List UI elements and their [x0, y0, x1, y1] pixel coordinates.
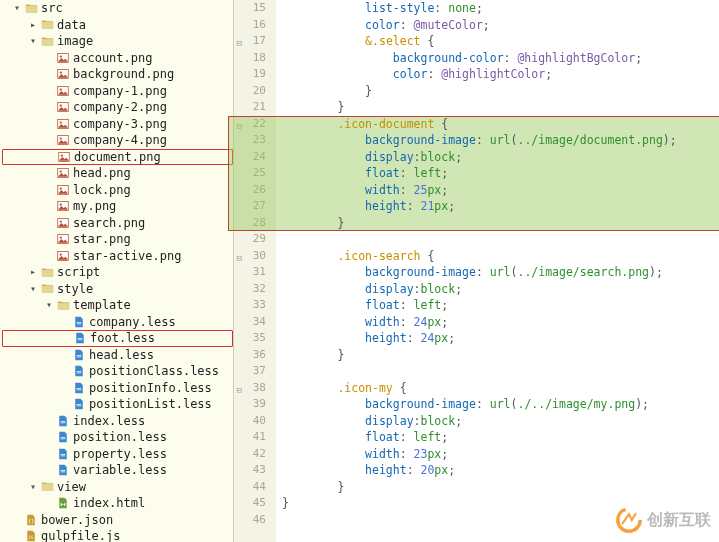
chevron-down-icon[interactable]: ▾: [42, 297, 56, 314]
less-icon: [72, 348, 86, 362]
image-icon: [56, 51, 70, 65]
tree-item-company-1-png[interactable]: company-1.png: [2, 83, 233, 100]
code-line[interactable]: &.select {: [282, 33, 719, 50]
token-key: background-color: [393, 51, 504, 65]
tree-item-my-png[interactable]: my.png: [2, 198, 233, 215]
token-val: ./../image/my.png: [517, 397, 635, 411]
tree-item-label: star-active.png: [72, 248, 181, 265]
token-num: 23: [414, 447, 428, 461]
chevron-right-icon[interactable]: ▸: [26, 264, 40, 281]
tree-item-company-2-png[interactable]: company-2.png: [2, 99, 233, 116]
code-line[interactable]: [282, 363, 719, 380]
token-val: block: [421, 414, 456, 428]
token-val: url: [490, 397, 511, 411]
tree-item-star-png[interactable]: star.png: [2, 231, 233, 248]
token-var: @highlightColor: [441, 67, 545, 81]
tree-item-company-less[interactable]: company.less: [2, 314, 233, 331]
fold-icon[interactable]: ⊟: [232, 250, 242, 267]
less-icon: [72, 381, 86, 395]
code-editor[interactable]: 1516⊟1718192021⊟2223242526272829⊟3031323…: [234, 0, 719, 542]
code-line[interactable]: width: 24px;: [282, 314, 719, 331]
tree-item-bower-json[interactable]: {}bower.json: [2, 512, 233, 529]
tree-item-index-html[interactable]: index.html: [2, 495, 233, 512]
tree-item-gulpfile-js[interactable]: JSgulpfile.js: [2, 528, 233, 542]
chevron-down-icon[interactable]: ▾: [10, 0, 24, 17]
tree-item-positionClass-less[interactable]: positionClass.less: [2, 363, 233, 380]
tree-item-document-png[interactable]: document.png: [2, 149, 233, 166]
code-line[interactable]: float: left;: [282, 297, 719, 314]
code-line[interactable]: height: 24px;: [282, 330, 719, 347]
chevron-down-icon[interactable]: ▾: [26, 33, 40, 50]
token-key: height: [365, 331, 407, 345]
code-line[interactable]: color: @highlightColor;: [282, 66, 719, 83]
code-line[interactable]: [282, 512, 719, 529]
tree-item-variable-less[interactable]: variable.less: [2, 462, 233, 479]
token-brace: }: [337, 480, 344, 494]
less-icon: [72, 315, 86, 329]
code-line[interactable]: }: [282, 479, 719, 496]
tree-item-company-4-png[interactable]: company-4.png: [2, 132, 233, 149]
code-line[interactable]: }: [282, 99, 719, 116]
token-key: color: [393, 67, 428, 81]
code-line[interactable]: background-image: url(./../image/my.png)…: [282, 396, 719, 413]
code-line[interactable]: background-image: url(../image/document.…: [282, 132, 719, 149]
tree-item-star-active-png[interactable]: star-active.png: [2, 248, 233, 265]
code-line[interactable]: .icon-my {: [282, 380, 719, 397]
tree-item-positionList-less[interactable]: positionList.less: [2, 396, 233, 413]
line-number: 21: [234, 99, 266, 116]
code-line[interactable]: float: left;: [282, 429, 719, 446]
tree-item-template[interactable]: ▾template: [2, 297, 233, 314]
tree-item-src[interactable]: ▾src: [2, 0, 233, 17]
tree-item-head-less[interactable]: head.less: [2, 347, 233, 364]
tree-item-head-png[interactable]: head.png: [2, 165, 233, 182]
tree-item-account-png[interactable]: account.png: [2, 50, 233, 67]
code-line[interactable]: [282, 231, 719, 248]
code-area[interactable]: list-style: none; color: @muteColor; &.s…: [276, 0, 719, 542]
fold-icon[interactable]: ⊟: [232, 382, 242, 399]
tree-item-company-3-png[interactable]: company-3.png: [2, 116, 233, 133]
tree-item-foot-less[interactable]: foot.less: [2, 330, 233, 347]
tree-item-search-png[interactable]: search.png: [2, 215, 233, 232]
tree-item-style[interactable]: ▾style: [2, 281, 233, 298]
file-tree[interactable]: ▾src▸data▾imageaccount.pngbackground.png…: [0, 0, 234, 542]
code-line[interactable]: }: [282, 83, 719, 100]
token-punc: :: [400, 298, 414, 312]
code-line[interactable]: width: 23px;: [282, 446, 719, 463]
tree-item-lock-png[interactable]: lock.png: [2, 182, 233, 199]
chevron-down-icon[interactable]: ▾: [26, 479, 40, 496]
fold-icon[interactable]: ⊟: [232, 35, 242, 52]
token-brace: {: [441, 117, 448, 131]
code-line[interactable]: background-color: @highlightBgColor;: [282, 50, 719, 67]
tree-item-data[interactable]: ▸data: [2, 17, 233, 34]
line-number: 42: [234, 446, 266, 463]
tree-item-position-less[interactable]: position.less: [2, 429, 233, 446]
token-punc: ;: [455, 282, 462, 296]
code-line[interactable]: color: @muteColor;: [282, 17, 719, 34]
token-sel: .icon-document: [337, 117, 434, 131]
code-line[interactable]: background-image: url(../image/search.pn…: [282, 264, 719, 281]
tree-item-index-less[interactable]: index.less: [2, 413, 233, 430]
tree-item-label: index.html: [72, 495, 145, 512]
token-key: height: [365, 199, 407, 213]
line-number: 31: [234, 264, 266, 281]
json-icon: {}: [24, 513, 38, 527]
code-line[interactable]: }: [282, 495, 719, 512]
chevron-right-icon[interactable]: ▸: [26, 17, 40, 34]
code-line[interactable]: height: 20px;: [282, 462, 719, 479]
tree-item-script[interactable]: ▸script: [2, 264, 233, 281]
code-line[interactable]: list-style: none;: [282, 0, 719, 17]
token-val: px: [427, 447, 441, 461]
chevron-down-icon[interactable]: ▾: [26, 281, 40, 298]
tree-item-background-png[interactable]: background.png: [2, 66, 233, 83]
token-key: width: [365, 183, 400, 197]
code-line[interactable]: display:block;: [282, 281, 719, 298]
token-punc: :: [476, 397, 490, 411]
code-line[interactable]: .icon-search {: [282, 248, 719, 265]
tree-item-property-less[interactable]: property.less: [2, 446, 233, 463]
tree-item-image[interactable]: ▾image: [2, 33, 233, 50]
token-key: background-image: [365, 265, 476, 279]
tree-item-positionInfo-less[interactable]: positionInfo.less: [2, 380, 233, 397]
code-line[interactable]: display:block;: [282, 413, 719, 430]
tree-item-view[interactable]: ▾view: [2, 479, 233, 496]
code-line[interactable]: }: [282, 347, 719, 364]
